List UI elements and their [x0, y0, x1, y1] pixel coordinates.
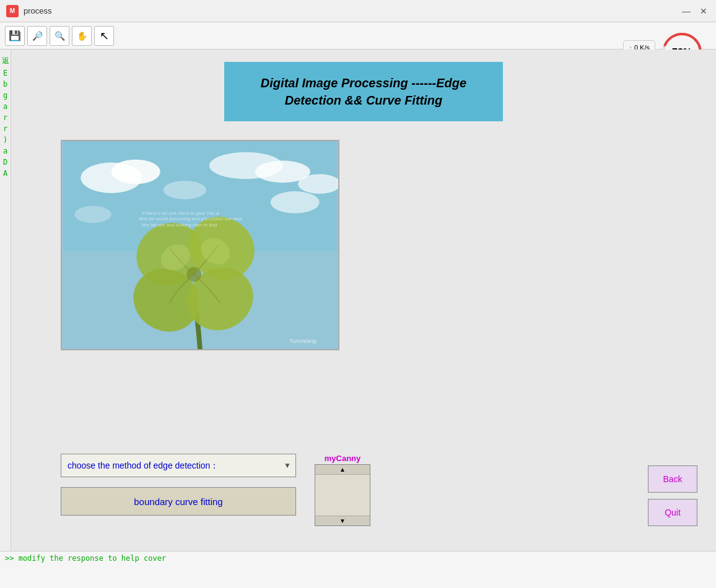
sidebar-char: E — [3, 69, 7, 77]
main-image: If there's no one there to give You a An… — [61, 140, 339, 350]
svg-point-18 — [186, 267, 201, 282]
sidebar-char: D — [3, 158, 7, 166]
svg-point-4 — [111, 160, 160, 184]
sidebar-char: g — [3, 91, 7, 100]
svg-text:We fall me and looking then to: We fall me and looking then to find — [142, 222, 217, 228]
bottom-controls: choose the method of edge detection： myC… — [61, 454, 370, 526]
header-title: Digital Image Processing ------Edge Dete… — [243, 74, 484, 109]
svg-point-8 — [271, 191, 320, 214]
header-banner: Digital Image Processing ------Edge Dete… — [224, 62, 503, 121]
window-controls: — ✕ — [680, 5, 710, 17]
clover-illustration: If there's no one there to give You a An… — [62, 141, 338, 349]
svg-text:If there's no one there to giv: If there's no one there to give You a — [142, 210, 219, 216]
command-window: >> modify the response to help cover — [0, 551, 716, 588]
listbox-label: myCanny — [325, 454, 361, 463]
svg-text:TomWang: TomWang — [289, 337, 317, 344]
toolbar: 💾 🔎 🔍 ✋ ↖ — [0, 22, 716, 50]
svg-text:And for world becoming and you: And for world becoming and you chase our… — [138, 216, 243, 222]
title-bar: M process — ✕ — [0, 0, 716, 22]
sidebar-char: r — [3, 113, 7, 122]
app-icon: M — [6, 5, 19, 17]
left-controls: choose the method of edge detection： myC… — [61, 454, 296, 516]
sidebar-char: a — [3, 147, 7, 155]
svg-point-9 — [74, 206, 111, 223]
boundary-curve-button[interactable]: boundary curve fitting — [61, 487, 296, 516]
sidebar-char: r — [3, 124, 7, 133]
listbox-scroll[interactable]: ▲ ▼ — [315, 464, 370, 526]
zoom-in-button[interactable]: 🔎 — [27, 26, 47, 46]
minimize-button[interactable]: — — [680, 5, 692, 17]
cursor-button[interactable]: ↖ — [94, 26, 114, 46]
save-button[interactable]: 💾 — [5, 26, 25, 46]
pan-button[interactable]: ✋ — [72, 26, 92, 46]
listbox-items — [315, 475, 370, 516]
sidebar-char: b — [3, 80, 7, 89]
left-sidebar: 返 E b g a r r ) a D A — [0, 50, 11, 582]
listbox-down-button[interactable]: ▼ — [315, 516, 370, 525]
sidebar-char: A — [3, 169, 7, 178]
sidebar-char: a — [3, 102, 7, 111]
main-content: Digital Image Processing ------Edge Dete… — [11, 50, 716, 588]
svg-point-7 — [164, 181, 206, 199]
edge-method-dropdown[interactable]: choose the method of edge detection： myC… — [61, 454, 296, 477]
sidebar-char: 返 — [2, 56, 9, 66]
listbox-up-button[interactable]: ▲ — [315, 465, 370, 475]
window-title: process — [24, 6, 680, 15]
right-listbox: myCanny ▲ ▼ — [315, 454, 370, 526]
back-button[interactable]: Back — [648, 465, 697, 493]
close-button[interactable]: ✕ — [697, 5, 710, 17]
cmd-line: >> modify the response to help cover — [5, 554, 166, 563]
action-buttons: Back Quit — [648, 465, 697, 526]
quit-button[interactable]: Quit — [648, 499, 697, 526]
sidebar-char: ) — [3, 136, 7, 144]
zoom-out-button[interactable]: 🔍 — [50, 26, 69, 46]
dropdown-container: choose the method of edge detection： myC… — [61, 454, 296, 477]
